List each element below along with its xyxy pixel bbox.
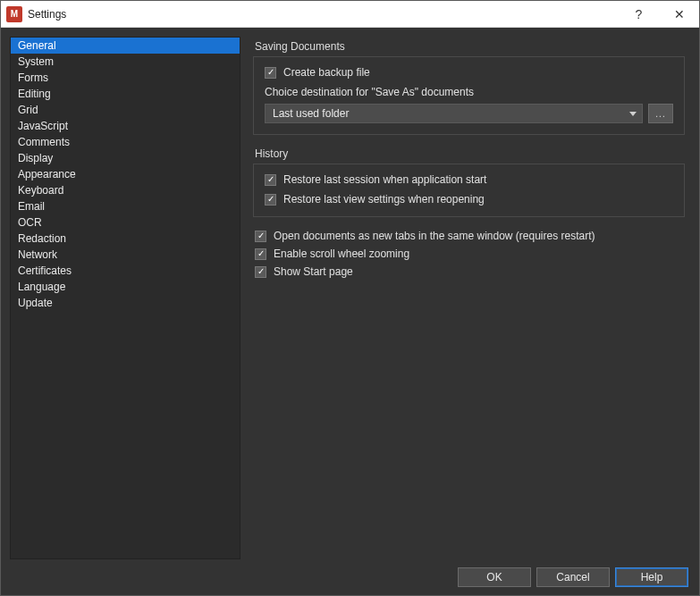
- sidebar-item-label: Language: [18, 281, 65, 293]
- sidebar-item-update[interactable]: Update: [11, 295, 240, 311]
- titlebar: M Settings ? ✕: [1, 1, 699, 28]
- ok-button[interactable]: OK: [458, 567, 531, 587]
- label-open-as-tabs: Open documents as new tabs in the same w…: [274, 230, 595, 242]
- sidebar-item-label: Redaction: [18, 232, 66, 245]
- settings-panel: Saving Documents Create backup file Choi…: [248, 37, 690, 559]
- checkbox-create-backup[interactable]: [265, 67, 276, 79]
- cancel-button[interactable]: Cancel: [536, 567, 610, 587]
- checkbox-start-page[interactable]: [255, 266, 266, 278]
- sidebar-item-comments[interactable]: Comments: [11, 134, 240, 150]
- sidebar-item-label: Keyboard: [18, 184, 63, 197]
- sidebar-item-editing[interactable]: Editing: [11, 86, 240, 102]
- browse-button[interactable]: ...: [648, 104, 673, 123]
- save-as-destination-select[interactable]: Last used folder: [265, 104, 643, 123]
- sidebar-item-general[interactable]: General: [11, 38, 240, 54]
- sidebar-item-system[interactable]: System: [11, 54, 240, 70]
- sidebar-item-label: Forms: [18, 71, 48, 84]
- help-button[interactable]: Help: [615, 567, 688, 587]
- sidebar-item-label: Appearance: [18, 168, 76, 180]
- sidebar-item-label: Display: [18, 152, 53, 164]
- sidebar-item-label: General: [18, 39, 56, 52]
- sidebar-item-certificates[interactable]: Certificates: [11, 263, 240, 279]
- group-title: Saving Documents: [253, 40, 685, 53]
- sidebar-item-label: Email: [18, 200, 45, 213]
- group-history: History Restore last session when applic…: [253, 147, 685, 217]
- sidebar-item-language[interactable]: Language: [11, 279, 240, 295]
- settings-window: M Settings ? ✕ General System Forms Edit…: [0, 0, 700, 596]
- checkbox-restore-session[interactable]: [265, 174, 276, 186]
- sidebar-item-redaction[interactable]: Redaction: [11, 231, 240, 247]
- label-restore-session: Restore last session when application st…: [283, 173, 486, 186]
- group-title: History: [253, 147, 685, 160]
- checkbox-open-as-tabs[interactable]: [255, 231, 266, 242]
- body-area: General System Forms Editing Grid JavaSc…: [1, 28, 699, 595]
- category-sidebar[interactable]: General System Forms Editing Grid JavaSc…: [10, 37, 240, 559]
- sidebar-item-label: Editing: [18, 88, 51, 100]
- sidebar-item-label: System: [18, 55, 54, 68]
- sidebar-item-label: JavaScript: [18, 120, 68, 132]
- close-button[interactable]: ✕: [659, 1, 699, 28]
- label-scroll-zoom: Enable scroll wheel zooming: [274, 248, 409, 260]
- group-saving-documents: Saving Documents Create backup file Choi…: [253, 40, 685, 135]
- sidebar-item-ocr[interactable]: OCR: [11, 214, 240, 231]
- checkbox-restore-view[interactable]: [265, 194, 276, 206]
- sidebar-item-appearance[interactable]: Appearance: [11, 166, 240, 182]
- sidebar-item-label: Certificates: [18, 264, 72, 277]
- window-title: Settings: [28, 8, 66, 21]
- sidebar-item-grid[interactable]: Grid: [11, 102, 240, 118]
- dialog-footer: OK Cancel Help: [1, 559, 699, 595]
- sidebar-item-label: Network: [18, 248, 57, 261]
- label-choice-destination: Choice destination for "Save As" documen…: [265, 86, 673, 98]
- sidebar-item-label: OCR: [18, 216, 42, 229]
- sidebar-item-keyboard[interactable]: Keyboard: [11, 182, 240, 198]
- label-restore-view: Restore last view settings when reopenin…: [283, 193, 485, 206]
- label-start-page: Show Start page: [274, 265, 353, 278]
- app-icon: M: [6, 6, 22, 22]
- label-create-backup: Create backup file: [283, 66, 370, 79]
- sidebar-item-display[interactable]: Display: [11, 150, 240, 166]
- sidebar-item-label: Grid: [18, 104, 38, 116]
- general-toggles: Open documents as new tabs in the same w…: [253, 230, 685, 278]
- checkbox-scroll-zoom[interactable]: [255, 248, 266, 260]
- sidebar-item-forms[interactable]: Forms: [11, 70, 240, 86]
- sidebar-item-network[interactable]: Network: [11, 247, 240, 263]
- help-titlebar-button[interactable]: ?: [619, 1, 659, 28]
- select-value: Last used folder: [273, 107, 349, 120]
- chevron-down-icon: [629, 112, 637, 116]
- sidebar-item-javascript[interactable]: JavaScript: [11, 118, 240, 134]
- sidebar-item-email[interactable]: Email: [11, 198, 240, 214]
- sidebar-item-label: Update: [18, 297, 53, 309]
- sidebar-item-label: Comments: [18, 136, 70, 148]
